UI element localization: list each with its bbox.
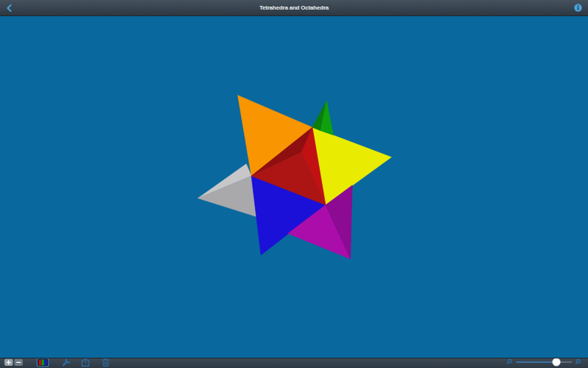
zoom-in-icon[interactable]: [576, 359, 581, 364]
tools-button[interactable]: [63, 358, 70, 365]
info-button[interactable]: [574, 4, 582, 12]
zoom-slider-knob[interactable]: [553, 358, 561, 366]
share-icon: [82, 358, 89, 366]
title-bar: Tetrahedra and Octahedra: [0, 0, 588, 16]
polyhedron-canvas[interactable]: [0, 16, 588, 358]
info-circle-icon: [574, 4, 581, 11]
add-button[interactable]: [4, 359, 13, 366]
back-button[interactable]: [7, 4, 12, 12]
delete-button[interactable]: [102, 359, 110, 367]
zoom-slider[interactable]: [517, 358, 572, 366]
colors-button[interactable]: [37, 358, 49, 367]
window-title: Tetrahedra and Octahedra: [259, 4, 329, 11]
chevron-left-icon: [7, 5, 10, 11]
trash-icon: [102, 359, 110, 367]
share-button[interactable]: [82, 358, 89, 366]
wrench-icon: [63, 358, 70, 365]
zoom-out-icon[interactable]: [507, 359, 512, 364]
bottom-toolbar: [0, 358, 588, 368]
blue-swatch: [44, 360, 46, 366]
red-swatch: [39, 360, 41, 366]
green-swatch: [42, 360, 44, 366]
remove-button[interactable]: [15, 359, 24, 366]
